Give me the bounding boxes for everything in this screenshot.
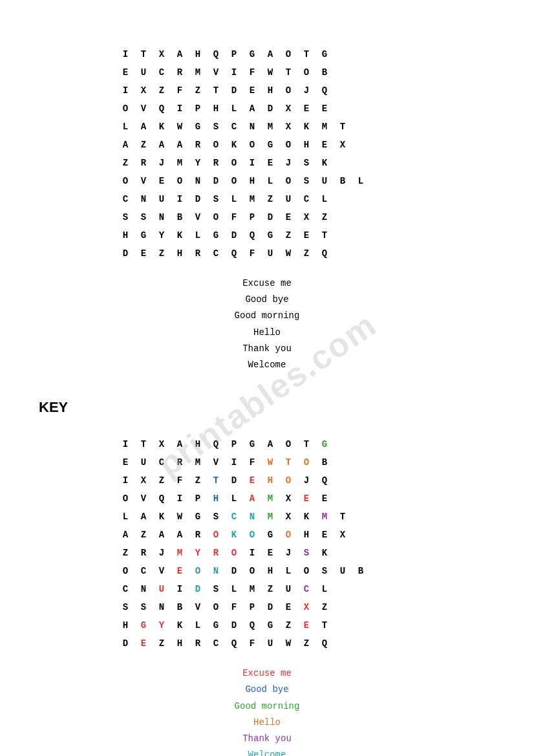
key-cell: U xyxy=(334,562,352,580)
puzzle-cell: Z xyxy=(315,208,334,226)
puzzle-cell: W xyxy=(279,244,297,263)
key-cell: T xyxy=(134,435,153,453)
puzzle-cell: K xyxy=(225,136,243,154)
puzzle-cell: I xyxy=(225,63,243,81)
key-cell: S xyxy=(315,562,334,580)
key-cell: F xyxy=(243,634,261,653)
puzzle-cell: V xyxy=(134,172,153,190)
key-cell: S xyxy=(207,508,225,526)
key-cell: E xyxy=(243,471,261,490)
key-cell: G xyxy=(207,616,225,634)
puzzle-cell: C xyxy=(116,190,134,208)
puzzle-cell: A xyxy=(116,136,134,154)
puzzle-cell: R xyxy=(171,63,189,81)
puzzle-cell: G xyxy=(261,136,279,154)
key-cell: O xyxy=(243,526,261,544)
key-cell: E xyxy=(297,490,315,508)
key-cell: A xyxy=(171,435,189,453)
puzzle-cell: F xyxy=(243,63,261,81)
word-list-colored-item: Good bye xyxy=(39,682,495,698)
key-cell: E xyxy=(315,526,334,544)
key-cell: C xyxy=(116,580,134,598)
puzzle-cell-empty xyxy=(352,45,370,63)
key-cell-empty xyxy=(352,508,370,526)
key-cell: D xyxy=(116,634,134,653)
puzzle-cell-empty xyxy=(334,226,352,244)
puzzle-cell: K xyxy=(171,226,189,244)
key-cell: T xyxy=(297,435,315,453)
puzzle-cell: M xyxy=(243,190,261,208)
key-cell: X xyxy=(334,526,352,544)
puzzle-cell: A xyxy=(171,136,189,154)
key-cell: G xyxy=(261,526,279,544)
puzzle-cell: Z xyxy=(261,190,279,208)
key-cell: P xyxy=(225,435,243,453)
key-cell: I xyxy=(225,453,243,471)
puzzle-cell: D xyxy=(261,100,279,118)
puzzle-cell: G xyxy=(207,226,225,244)
key-cell: T xyxy=(315,616,334,634)
puzzle-cell: P xyxy=(243,208,261,226)
puzzle-cell: L xyxy=(225,190,243,208)
key-cell: H xyxy=(171,634,189,653)
key-cell: Y xyxy=(189,544,207,562)
puzzle-cell: X xyxy=(279,118,297,136)
puzzle-cell: C xyxy=(225,118,243,136)
puzzle-cell: O xyxy=(171,172,189,190)
key-cell: Z xyxy=(297,634,315,653)
puzzle-cell: R xyxy=(207,154,225,172)
key-cell: N xyxy=(134,580,153,598)
puzzle-cell: X xyxy=(334,136,352,154)
puzzle-cell: E xyxy=(297,100,315,118)
puzzle-cell: H xyxy=(207,100,225,118)
puzzle-cell: E xyxy=(243,81,261,100)
word-list-colored: Excuse meGood byeGood morningHelloThank … xyxy=(39,665,495,756)
puzzle-cell: M xyxy=(315,118,334,136)
puzzle-cell-empty xyxy=(352,226,370,244)
key-cell: M xyxy=(171,544,189,562)
puzzle-cell: S xyxy=(134,208,153,226)
key-cell: O xyxy=(225,544,243,562)
key-cell: Z xyxy=(116,544,134,562)
puzzle-cell: A xyxy=(134,118,153,136)
key-cell: H xyxy=(189,435,207,453)
key-cell-empty xyxy=(352,526,370,544)
key-cell: L xyxy=(116,508,134,526)
key-cell: N xyxy=(207,562,225,580)
puzzle-cell: J xyxy=(153,154,171,172)
key-cell: A xyxy=(243,490,261,508)
key-label: KEY xyxy=(39,399,495,416)
puzzle-cell: T xyxy=(279,63,297,81)
key-cell: B xyxy=(315,453,334,471)
puzzle-cell-empty xyxy=(334,154,352,172)
key-cell: B xyxy=(352,562,370,580)
word-list-item: Hello xyxy=(39,325,495,341)
puzzle-cell: T xyxy=(207,81,225,100)
key-cell: O xyxy=(207,598,225,616)
puzzle-cell: C xyxy=(297,190,315,208)
puzzle-cell: O xyxy=(207,136,225,154)
puzzle-cell: Y xyxy=(153,226,171,244)
puzzle-cell: T xyxy=(334,118,352,136)
puzzle-cell: S xyxy=(116,208,134,226)
key-cell: Z xyxy=(261,580,279,598)
puzzle-cell: B xyxy=(171,208,189,226)
puzzle-cell: S xyxy=(297,154,315,172)
puzzle-cell: I xyxy=(116,45,134,63)
key-cell: Q xyxy=(207,435,225,453)
key-cell: M xyxy=(261,490,279,508)
key-cell-empty xyxy=(334,435,352,453)
key-cell: S xyxy=(297,544,315,562)
key-cell-empty xyxy=(352,580,370,598)
puzzle-cell: X xyxy=(297,208,315,226)
puzzle-cell: M xyxy=(189,63,207,81)
puzzle-cell: L xyxy=(261,172,279,190)
puzzle-cell: O xyxy=(297,63,315,81)
puzzle-cell: U xyxy=(134,63,153,81)
puzzle-cell: L xyxy=(315,190,334,208)
key-cell: F xyxy=(225,598,243,616)
word-list-item: Good morning xyxy=(39,308,495,324)
key-cell: O xyxy=(297,453,315,471)
key-cell: L xyxy=(189,616,207,634)
puzzle-cell: O xyxy=(225,172,243,190)
